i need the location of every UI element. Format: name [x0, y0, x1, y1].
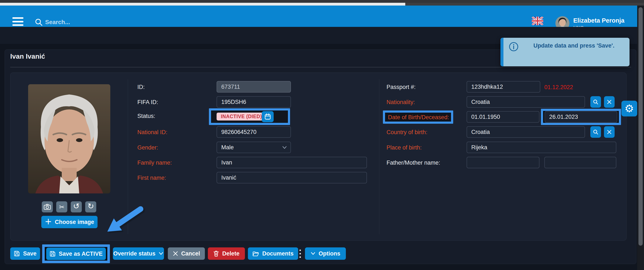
- documents-label: Documents: [262, 250, 294, 257]
- rotate-left-icon: ↺: [73, 202, 80, 210]
- save-as-active-label: Save as ACTIVE: [59, 251, 103, 257]
- search-icon: [34, 18, 43, 27]
- plus-icon: +: [45, 216, 52, 226]
- save-icon: [14, 250, 20, 257]
- override-status-button[interactable]: Override status: [113, 247, 164, 260]
- id-field: 673711: [216, 81, 291, 93]
- tooltip-text: Update data and press 'Save'.: [524, 42, 624, 49]
- window-chrome-strip: [0, 0, 644, 3]
- chevron-down-icon: [310, 252, 316, 255]
- rotate-right-icon: ↻: [88, 202, 94, 210]
- title-divider: [10, 67, 631, 67]
- first-name-field[interactable]: Ivanić: [216, 172, 367, 183]
- gender-value: Male: [221, 144, 234, 151]
- gender-label: Gender:: [137, 144, 158, 151]
- save-icon: [50, 251, 56, 257]
- country-of-birth-field[interactable]: Croatia: [466, 126, 585, 138]
- rotate-right-button[interactable]: ↻: [85, 201, 96, 212]
- passport-expiry-date: 01.12.2022: [544, 84, 573, 91]
- national-id-field[interactable]: 98260645270: [216, 126, 291, 138]
- user-name[interactable]: Elizabeta Peronja: [573, 17, 624, 24]
- national-id-label: National ID:: [137, 129, 168, 136]
- parents-label: Father/Mother name:: [386, 160, 440, 166]
- fifa-id-label: FIFA ID:: [137, 99, 158, 105]
- more-actions-separator-icon: [300, 249, 301, 258]
- gear-icon: ⚙: [624, 103, 634, 114]
- family-name-field[interactable]: Ivan: [216, 157, 367, 168]
- save-label: Save: [23, 250, 36, 257]
- place-of-birth-label: Place of birth:: [386, 144, 422, 151]
- take-photo-button[interactable]: [42, 201, 53, 212]
- chevron-down-icon: [158, 252, 164, 255]
- deceased-date-highlight-box: 26.01.2023: [541, 109, 621, 125]
- crop-button[interactable]: ✂: [56, 201, 67, 212]
- mother-name-field[interactable]: [544, 157, 616, 168]
- annotation-arrow: [100, 203, 149, 240]
- cancel-button[interactable]: Cancel: [168, 247, 205, 260]
- settings-button[interactable]: ⚙: [622, 101, 637, 116]
- nationality-label: Nationality:: [386, 99, 415, 105]
- options-button[interactable]: Options: [305, 247, 346, 260]
- save-active-highlight-box: Save as ACTIVE: [42, 244, 110, 263]
- hamburger-menu-icon[interactable]: [12, 17, 24, 26]
- status-highlight-box: INACTIVE (DIED): [209, 108, 290, 125]
- nationality-field[interactable]: Croatia: [466, 96, 585, 108]
- window-chrome-highlight: [0, 3, 405, 6]
- nationality-clear-button[interactable]: [604, 96, 614, 108]
- override-status-label: Override status: [113, 250, 156, 257]
- nationality-search-button[interactable]: [590, 96, 601, 108]
- rotate-left-button[interactable]: ↺: [71, 201, 82, 212]
- country-of-birth-label: Country of birth:: [386, 129, 428, 136]
- close-icon: [606, 99, 612, 105]
- save-as-active-button[interactable]: Save as ACTIVE: [46, 248, 106, 260]
- window-chrome-highlight-dark: [405, 3, 644, 6]
- status-badge: INACTIVE (DIED): [216, 113, 266, 120]
- choose-image-label: Choose image: [55, 219, 94, 225]
- status-date-button[interactable]: [262, 111, 274, 122]
- birth-date-field[interactable]: 01.01.1950: [466, 111, 540, 123]
- app-header: Search... Elizabeta Peronja: [0, 6, 637, 27]
- notice-tooltip: Update data and press 'Save'.: [500, 38, 630, 66]
- delete-button[interactable]: Delete: [208, 247, 245, 260]
- scissors-icon: ✂: [59, 203, 64, 211]
- first-name-label: First name:: [137, 175, 166, 181]
- gender-select[interactable]: Male: [216, 142, 291, 153]
- page-title: Ivan Ivanić: [10, 52, 45, 60]
- delete-label: Delete: [222, 250, 239, 257]
- search-placeholder: Search...: [45, 19, 70, 26]
- father-name-field[interactable]: [466, 157, 540, 168]
- app-window: Search... Elizabeta Peronja: [0, 0, 644, 270]
- camera-icon: [44, 204, 51, 210]
- close-icon: [173, 251, 178, 256]
- options-label: Options: [318, 250, 340, 257]
- passport-field[interactable]: 123hdhka12: [466, 81, 540, 93]
- scrollbar-thumb[interactable]: [638, 7, 643, 246]
- id-label: ID:: [137, 84, 145, 90]
- calendar-icon: [264, 113, 271, 120]
- choose-image-button[interactable]: + Choose image: [41, 216, 98, 228]
- uk-flag-icon[interactable]: [532, 17, 543, 25]
- person-photo: [28, 84, 110, 193]
- trash-icon: [213, 250, 219, 257]
- search-icon: [593, 99, 599, 105]
- search-icon: [593, 129, 599, 135]
- family-name-label: Family name:: [137, 160, 172, 166]
- status-label: Status:: [137, 113, 155, 119]
- deceased-date-field[interactable]: 26.01.2023: [544, 111, 618, 123]
- close-icon: [606, 129, 612, 135]
- save-button[interactable]: Save: [10, 247, 40, 260]
- chevron-down-icon: [282, 146, 287, 150]
- cancel-label: Cancel: [181, 250, 200, 257]
- dob-label: Date of Birth/Deceased:: [388, 114, 449, 121]
- folder-open-icon: [252, 251, 259, 256]
- documents-button[interactable]: Documents: [248, 247, 298, 260]
- fifa-id-field[interactable]: 195DSH6: [216, 96, 291, 108]
- passport-label: Passport #:: [386, 84, 416, 90]
- country-search-button[interactable]: [590, 126, 601, 138]
- country-clear-button[interactable]: [604, 126, 614, 138]
- dob-label-highlight-box: Date of Birth/Deceased:: [383, 110, 453, 124]
- place-of-birth-field[interactable]: Rijeka: [466, 142, 616, 153]
- column-divider: [379, 79, 379, 234]
- tooltip-accent-stripe: [500, 38, 504, 66]
- info-icon: [508, 42, 519, 52]
